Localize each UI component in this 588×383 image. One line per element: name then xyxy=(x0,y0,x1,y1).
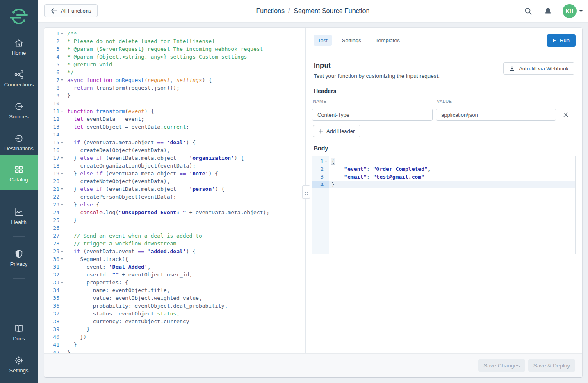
search-icon[interactable] xyxy=(524,7,532,15)
code-line[interactable]: 21 } else if (eventData.meta.object == '… xyxy=(44,185,305,193)
catalog-icon xyxy=(14,165,24,175)
code-line[interactable]: 25 } xyxy=(44,216,305,224)
code-line[interactable]: 3* @param {ServerRequest} request The in… xyxy=(44,45,305,53)
code-line[interactable]: 23 } else { xyxy=(44,201,305,208)
code-line[interactable]: 5* @return void xyxy=(44,61,305,68)
code-line[interactable]: 40 }) xyxy=(44,333,305,341)
code-line[interactable]: 17 } else if (eventData.meta.object == '… xyxy=(44,154,305,162)
fold-arrow-icon[interactable] xyxy=(59,170,65,177)
code-line[interactable]: 34 name: eventObject.title, xyxy=(44,286,305,294)
fold-arrow-icon[interactable] xyxy=(59,185,65,193)
header-actions: KH xyxy=(524,0,583,22)
fold-arrow-icon[interactable] xyxy=(324,157,329,165)
code-line[interactable]: 28 // trigger a workflow downstream xyxy=(44,240,305,247)
code-line[interactable]: 1/** xyxy=(44,29,305,37)
code-line[interactable]: 4* @param {Object.<string, any>} setting… xyxy=(44,53,305,61)
fold-arrow-icon[interactable] xyxy=(59,138,65,146)
line-number: 33 xyxy=(44,279,59,286)
run-button[interactable]: Run xyxy=(547,34,576,47)
code-line[interactable]: 32 userId: "" + eventObject.user_id, xyxy=(44,271,305,279)
line-number: 2 xyxy=(312,165,324,173)
code-line[interactable]: 12 let eventData = event; xyxy=(44,115,305,123)
body-section-title: Body xyxy=(314,145,328,152)
code-line[interactable]: 24 console.log("Unsupported Event: " + e… xyxy=(44,208,305,216)
code-line[interactable]: 41 } xyxy=(44,341,305,349)
sidebar-item-settings[interactable]: Settings xyxy=(0,356,38,374)
sidebar-item-destinations[interactable]: Destinations xyxy=(0,134,38,152)
add-header-button[interactable]: Add Header xyxy=(313,125,360,137)
line-number: 14 xyxy=(44,131,59,138)
code-line[interactable]: 31 event: 'Deal Added', xyxy=(44,263,305,271)
fold-arrow-icon[interactable] xyxy=(59,76,65,84)
code-line[interactable]: 11function transform(event) { xyxy=(44,107,305,115)
notifications-bell-icon[interactable] xyxy=(544,7,552,15)
destinations-icon xyxy=(14,134,24,143)
code-line[interactable]: 19 } else if (eventData.meta.object == '… xyxy=(44,170,305,177)
code-line[interactable]: 8 return transform(request.json()); xyxy=(44,84,305,92)
source-code-editor[interactable]: 1/**2* Please do not delete [used for In… xyxy=(44,28,305,353)
tab-settings[interactable]: Settings xyxy=(338,35,365,46)
fold-arrow-icon[interactable] xyxy=(59,107,65,115)
request-body-editor[interactable]: 1{2 "event": "Order Completed",3 "email"… xyxy=(312,156,576,254)
line-number: 20 xyxy=(44,177,59,185)
code-line[interactable]: 20 createNoteObject(eventData); xyxy=(44,177,305,185)
header-value-input[interactable] xyxy=(436,109,556,121)
code-line[interactable]: 22 createPersonObject(eventData); xyxy=(44,193,305,201)
code-line[interactable]: 13 let eventObject = eventData.current; xyxy=(44,123,305,131)
sidebar-item-privacy[interactable]: Privacy xyxy=(0,249,38,267)
code-line[interactable]: 35 value: eventObject.weighted_value, xyxy=(44,294,305,302)
segment-logo-icon[interactable] xyxy=(0,7,38,27)
sidebar-item-health[interactable]: Health xyxy=(0,207,38,225)
code-line[interactable]: 39 } xyxy=(44,325,305,333)
save-deploy-button[interactable]: Save & Deploy xyxy=(528,359,575,372)
tab-templates[interactable]: Templates xyxy=(371,35,404,46)
drag-dots-icon xyxy=(305,190,306,190)
sidebar-item-sources[interactable]: Sources xyxy=(0,102,38,120)
code-line[interactable]: 30 Segment.track({ xyxy=(44,255,305,263)
sidebar-item-home[interactable]: Home xyxy=(0,38,38,56)
sidebar-item-connections[interactable]: Connections xyxy=(0,70,38,88)
code-line[interactable]: 15 if (eventData.meta.object == 'deal') … xyxy=(44,138,305,146)
sidebar-item-catalog[interactable]: Catalog xyxy=(0,155,38,190)
code-line[interactable]: 3 "email": "test@gmail.com" xyxy=(312,173,575,181)
code-line[interactable]: 10 xyxy=(44,100,305,107)
chevron-down-icon[interactable] xyxy=(579,10,583,12)
fold-arrow-icon[interactable] xyxy=(59,201,65,208)
tab-test[interactable]: Test xyxy=(314,35,332,46)
fold-arrow-icon[interactable] xyxy=(59,279,65,286)
fold-arrow-icon[interactable] xyxy=(59,247,65,255)
line-number: 39 xyxy=(44,325,59,333)
breadcrumb-functions[interactable]: Functions xyxy=(256,7,285,15)
code-line[interactable]: 2* Please do not delete [used for Intell… xyxy=(44,37,305,45)
indent-guide xyxy=(80,271,80,279)
code-line[interactable]: 6*/ xyxy=(44,68,305,76)
code-line[interactable]: 26 xyxy=(44,224,305,232)
sidebar-item-docs[interactable]: Docs xyxy=(0,324,38,342)
code-line[interactable]: 14 xyxy=(44,131,305,138)
code-line[interactable]: 37 status: eventObject.status, xyxy=(44,310,305,317)
header-name-input[interactable] xyxy=(312,109,433,121)
code-line[interactable]: 33 properties: { xyxy=(44,279,305,286)
line-number: 24 xyxy=(44,208,59,216)
fold-arrow-icon[interactable] xyxy=(59,255,65,263)
remove-header-icon[interactable] xyxy=(562,111,570,118)
code-line[interactable]: 29 if (eventData.event == 'added.deal') … xyxy=(44,247,305,255)
code-line[interactable]: 9} xyxy=(44,92,305,100)
code-line[interactable]: 16 createDealObject(eventData); xyxy=(44,146,305,154)
resize-drag-handle[interactable] xyxy=(302,185,310,199)
code-line[interactable]: 38 currency: eventObject.currency xyxy=(44,317,305,325)
code-line[interactable]: 18 createOrganizationObject(eventData); xyxy=(44,162,305,170)
fold-arrow-icon[interactable] xyxy=(59,154,65,162)
save-changes-button[interactable]: Save Changes xyxy=(478,359,525,372)
add-header-label: Add Header xyxy=(326,128,355,134)
code-line[interactable]: 27 // Send an event when a deal is added… xyxy=(44,232,305,240)
code-line[interactable]: 2 "event": "Order Completed", xyxy=(312,165,575,173)
user-avatar[interactable]: KH xyxy=(563,4,577,18)
autofill-webhook-button[interactable]: Auto-fill via Webhook xyxy=(503,62,574,75)
code-line[interactable]: 1{ xyxy=(312,157,575,165)
code-line[interactable]: 7async function onRequest(request, setti… xyxy=(44,76,305,84)
code-line[interactable]: 4} xyxy=(312,181,575,188)
code-line[interactable]: 36 probability: eventObject.deal_probabi… xyxy=(44,302,305,310)
code-line[interactable]: 42} xyxy=(44,349,305,353)
fold-arrow-icon[interactable] xyxy=(59,29,65,37)
